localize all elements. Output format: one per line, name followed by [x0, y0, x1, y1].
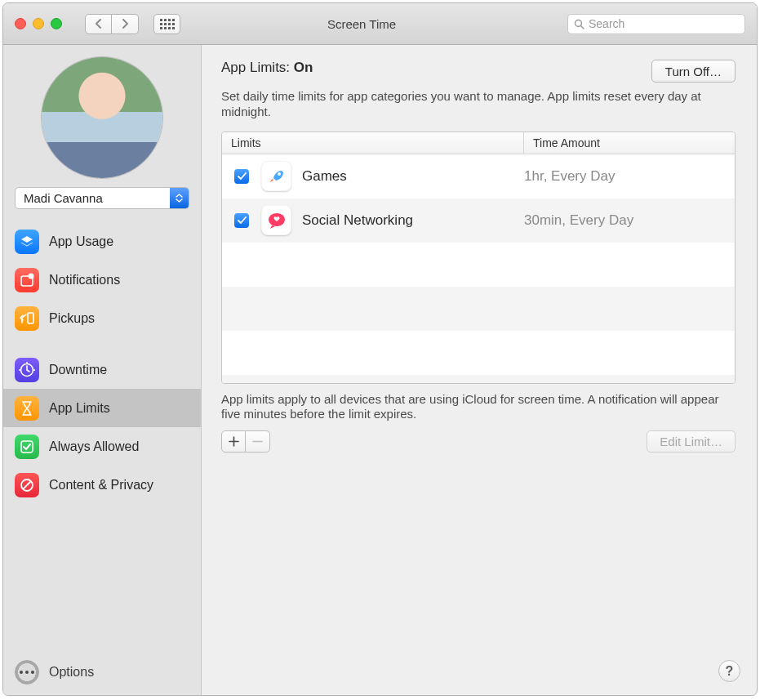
remove-limit-button[interactable] [246, 430, 270, 453]
window-title: Screen Time [189, 17, 559, 31]
page-description: Set daily time limits for app categories… [221, 89, 711, 120]
svg-point-12 [278, 172, 281, 176]
table-actions: Edit Limit… [221, 430, 736, 453]
window-body: Madi Cavanna App Usage Notifications [3, 45, 757, 695]
footer-note: App limits apply to all devices that are… [221, 392, 736, 423]
titlebar: Screen Time Search [3, 3, 757, 45]
main-content: App Limits: On Turn Off… Set daily time … [202, 45, 757, 695]
options-label: Options [49, 665, 94, 680]
forward-button[interactable] [112, 14, 139, 34]
hourglass-icon [15, 396, 39, 421]
limit-checkbox[interactable] [234, 213, 249, 228]
pickup-icon [15, 306, 39, 331]
sidebar-options[interactable]: Options [3, 649, 201, 695]
page-title: App Limits: On [221, 60, 313, 76]
no-entry-icon [15, 473, 39, 497]
sidebar-item-notifications[interactable]: Notifications [3, 261, 201, 299]
back-button[interactable] [85, 14, 112, 34]
search-field[interactable]: Search [567, 14, 745, 34]
sidebar-item-downtime[interactable]: Downtime [3, 350, 201, 389]
sidebar-item-label: Always Allowed [49, 439, 139, 454]
plus-icon [229, 436, 239, 447]
user-name: Madi Cavanna [24, 191, 103, 205]
edit-limit-button[interactable]: Edit Limit… [647, 430, 736, 453]
sidebar-item-label: Downtime [49, 363, 107, 377]
column-time[interactable]: Time Amount [524, 132, 600, 154]
table-row-empty [222, 331, 735, 375]
check-icon [238, 216, 247, 225]
traffic-lights [15, 18, 62, 29]
search-icon [574, 19, 584, 29]
options-icon [15, 660, 39, 684]
sidebar-item-label: App Usage [49, 234, 113, 249]
table-row-empty [222, 375, 735, 383]
svg-line-1 [581, 25, 584, 29]
limit-name: Social Networking [302, 212, 524, 229]
nav-buttons [85, 14, 139, 34]
chevron-down-icon [176, 198, 183, 203]
svg-point-3 [29, 273, 34, 279]
svg-rect-4 [28, 313, 33, 323]
check-icon [238, 172, 247, 181]
table-row[interactable]: Social Networking 30min, Every Day [222, 198, 735, 243]
badge-icon [15, 268, 39, 292]
check-shield-icon [15, 435, 39, 459]
add-limit-button[interactable] [221, 430, 246, 453]
sidebar-item-label: Notifications [49, 273, 120, 288]
show-all-button[interactable] [153, 14, 180, 34]
sidebar-item-label: Content & Privacy [49, 478, 153, 493]
table-header: Limits Time Amount [222, 132, 735, 154]
sidebar: Madi Cavanna App Usage Notifications [3, 45, 202, 695]
user-avatar[interactable] [41, 56, 163, 179]
window: Screen Time Search Madi Cavanna App Usag… [2, 2, 758, 696]
limit-time: 30min, Every Day [524, 212, 633, 229]
clock-icon [15, 358, 39, 382]
svg-line-11 [23, 481, 31, 489]
chevron-up-icon [176, 194, 183, 198]
header-row: App Limits: On Turn Off… [221, 60, 736, 82]
turn-off-button[interactable]: Turn Off… [651, 60, 736, 82]
question-icon: ? [726, 664, 734, 679]
table-body: Games 1hr, Every Day Social Networking 3… [222, 154, 735, 383]
chevron-left-icon [95, 19, 103, 29]
sidebar-item-always-allowed[interactable]: Always Allowed [3, 427, 201, 466]
sidebar-item-app-usage[interactable]: App Usage [3, 222, 201, 261]
sidebar-item-content-privacy[interactable]: Content & Privacy [3, 466, 201, 504]
sidebar-item-label: App Limits [49, 401, 110, 416]
layers-icon [15, 230, 39, 254]
rocket-icon [261, 161, 291, 191]
sidebar-item-app-limits[interactable]: App Limits [3, 389, 201, 427]
grid-icon [160, 19, 175, 29]
table-row[interactable]: Games 1hr, Every Day [222, 154, 735, 198]
sidebar-list: App Usage Notifications Pickups Downtime [3, 222, 201, 504]
sidebar-item-pickups[interactable]: Pickups [3, 299, 201, 337]
minus-icon [252, 436, 263, 447]
sidebar-item-label: Pickups [49, 311, 95, 326]
limit-checkbox[interactable] [234, 169, 249, 184]
limit-name: Games [302, 168, 524, 185]
limits-table: Limits Time Amount Games 1hr, Every Day [221, 132, 736, 384]
minimize-button[interactable] [33, 18, 44, 29]
search-placeholder: Search [589, 17, 624, 30]
table-row-empty [222, 287, 735, 331]
limit-time: 1hr, Every Day [524, 168, 616, 185]
close-button[interactable] [15, 18, 26, 29]
chat-heart-icon [261, 205, 291, 235]
dropdown-indicator [170, 188, 189, 208]
user-selector[interactable]: Madi Cavanna [15, 187, 189, 209]
help-button[interactable]: ? [718, 660, 740, 682]
chevron-right-icon [121, 19, 129, 29]
column-limits[interactable]: Limits [222, 132, 524, 154]
table-row-empty [222, 243, 735, 287]
zoom-button[interactable] [51, 18, 62, 29]
